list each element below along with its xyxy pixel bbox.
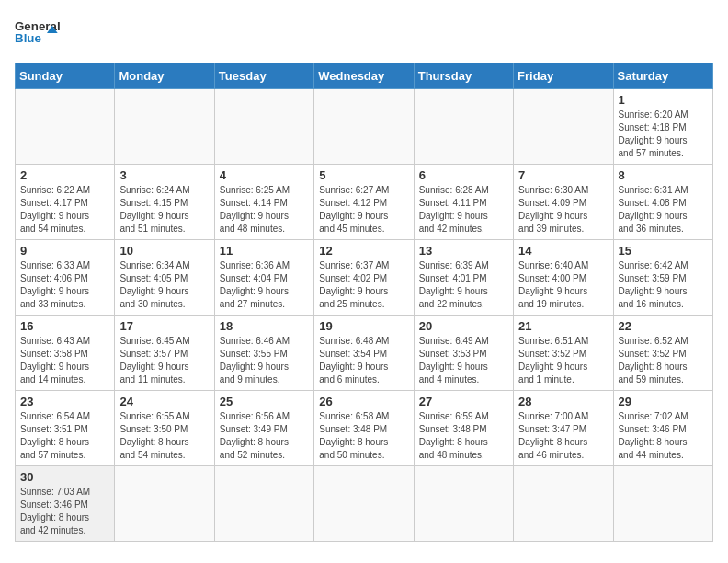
- calendar-day-cell: 1Sunrise: 6:20 AM Sunset: 4:18 PM Daylig…: [613, 89, 712, 165]
- column-header-thursday: Thursday: [414, 63, 513, 89]
- day-info: Sunrise: 6:30 AM Sunset: 4:09 PM Dayligh…: [518, 184, 608, 236]
- day-number: 12: [319, 244, 408, 258]
- day-info: Sunrise: 7:00 AM Sunset: 3:47 PM Dayligh…: [518, 410, 608, 462]
- day-info: Sunrise: 6:58 AM Sunset: 3:48 PM Dayligh…: [319, 410, 408, 462]
- calendar-day-cell: 21Sunrise: 6:51 AM Sunset: 3:52 PM Dayli…: [514, 316, 613, 391]
- day-info: Sunrise: 6:42 AM Sunset: 3:59 PM Dayligh…: [619, 259, 708, 311]
- column-header-monday: Monday: [115, 63, 214, 89]
- generalblue-logo-icon: General Blue: [15, 15, 61, 52]
- day-info: Sunrise: 7:03 AM Sunset: 3:46 PM Dayligh…: [20, 486, 109, 537]
- column-header-saturday: Saturday: [613, 63, 712, 89]
- day-number: 9: [20, 244, 109, 258]
- day-number: 1: [619, 93, 708, 107]
- day-info: Sunrise: 6:45 AM Sunset: 3:57 PM Dayligh…: [119, 335, 209, 386]
- calendar-week-row: 9Sunrise: 6:33 AM Sunset: 4:06 PM Daylig…: [16, 240, 713, 316]
- column-header-wednesday: Wednesday: [314, 63, 414, 89]
- calendar-day-cell: 19Sunrise: 6:48 AM Sunset: 3:54 PM Dayli…: [314, 316, 414, 391]
- calendar-day-cell: 17Sunrise: 6:45 AM Sunset: 3:57 PM Dayli…: [115, 316, 214, 391]
- day-info: Sunrise: 6:25 AM Sunset: 4:14 PM Dayligh…: [220, 184, 309, 236]
- calendar-day-cell: 3Sunrise: 6:24 AM Sunset: 4:15 PM Daylig…: [115, 165, 214, 240]
- day-number: 10: [119, 244, 209, 258]
- calendar-day-cell: [414, 89, 513, 165]
- calendar-day-cell: 8Sunrise: 6:31 AM Sunset: 4:08 PM Daylig…: [613, 165, 712, 240]
- column-header-friday: Friday: [514, 63, 613, 89]
- calendar-day-cell: 12Sunrise: 6:37 AM Sunset: 4:02 PM Dayli…: [314, 240, 414, 316]
- day-number: 18: [220, 319, 309, 333]
- logo: General Blue: [15, 15, 61, 52]
- day-number: 6: [419, 168, 508, 182]
- calendar-week-row: 2Sunrise: 6:22 AM Sunset: 4:17 PM Daylig…: [16, 165, 713, 240]
- calendar-day-cell: [514, 466, 613, 542]
- calendar-day-cell: [115, 466, 214, 542]
- day-info: Sunrise: 6:39 AM Sunset: 4:01 PM Dayligh…: [419, 259, 508, 311]
- calendar-day-cell: 5Sunrise: 6:27 AM Sunset: 4:12 PM Daylig…: [314, 165, 414, 240]
- calendar-day-cell: 25Sunrise: 6:56 AM Sunset: 3:49 PM Dayli…: [214, 391, 313, 466]
- day-info: Sunrise: 6:33 AM Sunset: 4:06 PM Dayligh…: [20, 259, 109, 311]
- day-number: 15: [619, 244, 708, 258]
- calendar-day-cell: 26Sunrise: 6:58 AM Sunset: 3:48 PM Dayli…: [314, 391, 414, 466]
- day-number: 19: [319, 319, 408, 333]
- calendar-day-cell: [214, 89, 313, 165]
- calendar-header-row: SundayMondayTuesdayWednesdayThursdayFrid…: [16, 63, 713, 89]
- day-info: Sunrise: 6:51 AM Sunset: 3:52 PM Dayligh…: [518, 335, 608, 386]
- day-info: Sunrise: 6:56 AM Sunset: 3:49 PM Dayligh…: [220, 410, 309, 462]
- day-info: Sunrise: 7:02 AM Sunset: 3:46 PM Dayligh…: [619, 410, 708, 462]
- calendar-day-cell: 28Sunrise: 7:00 AM Sunset: 3:47 PM Dayli…: [514, 391, 613, 466]
- day-info: Sunrise: 6:43 AM Sunset: 3:58 PM Dayligh…: [20, 335, 109, 386]
- day-info: Sunrise: 6:22 AM Sunset: 4:17 PM Dayligh…: [20, 184, 109, 236]
- day-number: 11: [220, 244, 309, 258]
- day-info: Sunrise: 6:20 AM Sunset: 4:18 PM Dayligh…: [619, 109, 708, 160]
- calendar-day-cell: [16, 89, 115, 165]
- calendar-day-cell: 14Sunrise: 6:40 AM Sunset: 4:00 PM Dayli…: [514, 240, 613, 316]
- day-number: 28: [518, 395, 608, 408]
- day-number: 29: [619, 395, 708, 408]
- day-info: Sunrise: 6:40 AM Sunset: 4:00 PM Dayligh…: [518, 259, 608, 311]
- calendar-day-cell: 27Sunrise: 6:59 AM Sunset: 3:48 PM Dayli…: [414, 391, 513, 466]
- day-info: Sunrise: 6:36 AM Sunset: 4:04 PM Dayligh…: [220, 259, 309, 311]
- day-info: Sunrise: 6:59 AM Sunset: 3:48 PM Dayligh…: [419, 410, 508, 462]
- day-number: 26: [319, 395, 408, 408]
- day-number: 13: [419, 244, 508, 258]
- calendar-day-cell: 11Sunrise: 6:36 AM Sunset: 4:04 PM Dayli…: [214, 240, 313, 316]
- calendar-day-cell: [613, 466, 712, 542]
- calendar-day-cell: 15Sunrise: 6:42 AM Sunset: 3:59 PM Dayli…: [613, 240, 712, 316]
- calendar-day-cell: [314, 466, 414, 542]
- column-header-tuesday: Tuesday: [214, 63, 313, 89]
- calendar-day-cell: [115, 89, 214, 165]
- calendar-day-cell: 2Sunrise: 6:22 AM Sunset: 4:17 PM Daylig…: [16, 165, 115, 240]
- calendar-day-cell: 6Sunrise: 6:28 AM Sunset: 4:11 PM Daylig…: [414, 165, 513, 240]
- day-number: 7: [518, 168, 608, 182]
- day-number: 24: [119, 395, 209, 408]
- calendar-day-cell: [314, 89, 414, 165]
- calendar-day-cell: 13Sunrise: 6:39 AM Sunset: 4:01 PM Dayli…: [414, 240, 513, 316]
- calendar-day-cell: 24Sunrise: 6:55 AM Sunset: 3:50 PM Dayli…: [115, 391, 214, 466]
- day-info: Sunrise: 6:31 AM Sunset: 4:08 PM Dayligh…: [619, 184, 708, 236]
- day-info: Sunrise: 6:27 AM Sunset: 4:12 PM Dayligh…: [319, 184, 408, 236]
- calendar-day-cell: 10Sunrise: 6:34 AM Sunset: 4:05 PM Dayli…: [115, 240, 214, 316]
- day-number: 2: [20, 168, 109, 182]
- page-header: General Blue: [15, 15, 713, 52]
- day-number: 17: [119, 319, 209, 333]
- column-header-sunday: Sunday: [16, 63, 115, 89]
- calendar-day-cell: 22Sunrise: 6:52 AM Sunset: 3:52 PM Dayli…: [613, 316, 712, 391]
- calendar-week-row: 16Sunrise: 6:43 AM Sunset: 3:58 PM Dayli…: [16, 316, 713, 391]
- day-info: Sunrise: 6:37 AM Sunset: 4:02 PM Dayligh…: [319, 259, 408, 311]
- calendar-day-cell: 20Sunrise: 6:49 AM Sunset: 3:53 PM Dayli…: [414, 316, 513, 391]
- day-number: 25: [220, 395, 309, 408]
- calendar-day-cell: 7Sunrise: 6:30 AM Sunset: 4:09 PM Daylig…: [514, 165, 613, 240]
- calendar-day-cell: [514, 89, 613, 165]
- day-number: 14: [518, 244, 608, 258]
- day-info: Sunrise: 6:55 AM Sunset: 3:50 PM Dayligh…: [119, 410, 209, 462]
- calendar-week-row: 23Sunrise: 6:54 AM Sunset: 3:51 PM Dayli…: [16, 391, 713, 466]
- day-info: Sunrise: 6:54 AM Sunset: 3:51 PM Dayligh…: [20, 410, 109, 462]
- calendar-day-cell: 9Sunrise: 6:33 AM Sunset: 4:06 PM Daylig…: [16, 240, 115, 316]
- day-number: 8: [619, 168, 708, 182]
- day-number: 5: [319, 168, 408, 182]
- day-info: Sunrise: 6:48 AM Sunset: 3:54 PM Dayligh…: [319, 335, 408, 386]
- day-number: 27: [419, 395, 508, 408]
- day-number: 21: [518, 319, 608, 333]
- calendar-day-cell: 30Sunrise: 7:03 AM Sunset: 3:46 PM Dayli…: [16, 466, 115, 542]
- day-info: Sunrise: 6:28 AM Sunset: 4:11 PM Dayligh…: [419, 184, 508, 236]
- day-info: Sunrise: 6:49 AM Sunset: 3:53 PM Dayligh…: [419, 335, 508, 386]
- calendar-day-cell: 16Sunrise: 6:43 AM Sunset: 3:58 PM Dayli…: [16, 316, 115, 391]
